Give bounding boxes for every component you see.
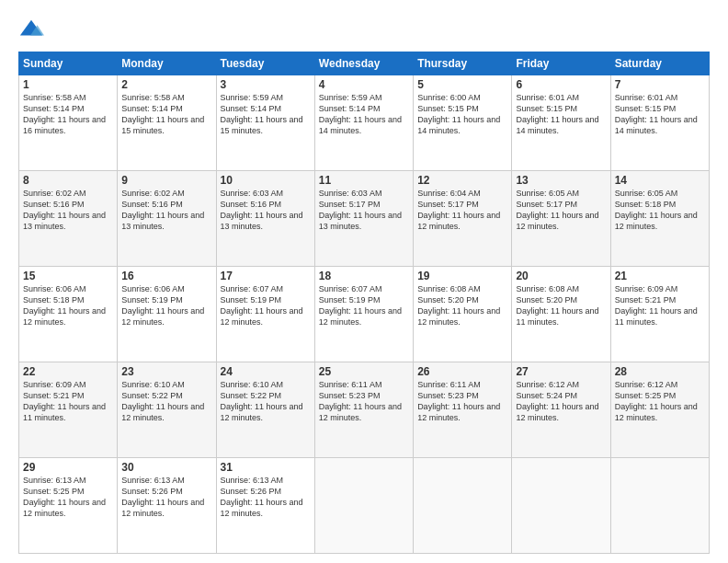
sunrise-label: Sunrise: 6:13 AM xyxy=(23,476,86,485)
sunset-label: Sunset: 5:19 PM xyxy=(221,295,282,304)
daylight-label: Daylight: 11 hours and 14 minutes. xyxy=(516,115,598,135)
sunrise-label: Sunrise: 6:05 AM xyxy=(615,189,678,198)
day-info: Sunrise: 6:06 AM Sunset: 5:18 PM Dayligh… xyxy=(23,283,113,328)
day-info: Sunrise: 6:09 AM Sunset: 5:21 PM Dayligh… xyxy=(615,283,705,328)
sunrise-label: Sunrise: 6:13 AM xyxy=(221,476,284,485)
day-number: 25 xyxy=(319,365,409,378)
calendar-cell: 4 Sunrise: 5:59 AM Sunset: 5:14 PM Dayli… xyxy=(314,75,413,171)
sunset-label: Sunset: 5:19 PM xyxy=(121,295,183,304)
daylight-label: Daylight: 11 hours and 12 minutes. xyxy=(221,306,303,327)
day-info: Sunrise: 6:13 AM Sunset: 5:25 PM Dayligh… xyxy=(23,475,113,520)
day-info: Sunrise: 5:59 AM Sunset: 5:14 PM Dayligh… xyxy=(319,92,409,137)
sunset-label: Sunset: 5:18 PM xyxy=(23,295,85,304)
calendar-cell: 12 Sunrise: 6:04 AM Sunset: 5:17 PM Dayl… xyxy=(414,171,512,267)
day-header-friday: Friday xyxy=(512,52,610,75)
sunset-label: Sunset: 5:21 PM xyxy=(615,295,677,304)
sunrise-label: Sunrise: 6:08 AM xyxy=(417,284,481,293)
calendar-week-5: 29 Sunrise: 6:13 AM Sunset: 5:25 PM Dayl… xyxy=(19,458,710,554)
daylight-label: Daylight: 11 hours and 14 minutes. xyxy=(319,115,402,135)
day-number: 19 xyxy=(417,270,507,282)
sunrise-label: Sunrise: 5:59 AM xyxy=(221,93,284,102)
sunrise-label: Sunrise: 6:02 AM xyxy=(23,189,86,198)
day-info: Sunrise: 6:02 AM Sunset: 5:16 PM Dayligh… xyxy=(121,188,211,233)
calendar-cell: 3 Sunrise: 5:59 AM Sunset: 5:14 PM Dayli… xyxy=(216,75,314,171)
sunset-label: Sunset: 5:14 PM xyxy=(23,104,85,113)
calendar-cell: 16 Sunrise: 6:06 AM Sunset: 5:19 PM Dayl… xyxy=(118,267,216,362)
daylight-label: Daylight: 11 hours and 15 minutes. xyxy=(121,115,204,135)
day-info: Sunrise: 6:13 AM Sunset: 5:26 PM Dayligh… xyxy=(121,475,211,520)
header xyxy=(18,17,710,42)
calendar-cell: 14 Sunrise: 6:05 AM Sunset: 5:18 PM Dayl… xyxy=(610,171,709,267)
calendar-cell: 30 Sunrise: 6:13 AM Sunset: 5:26 PM Dayl… xyxy=(118,458,216,554)
daylight-label: Daylight: 11 hours and 11 minutes. xyxy=(615,306,698,327)
sunset-label: Sunset: 5:14 PM xyxy=(319,104,381,113)
sunrise-label: Sunrise: 5:58 AM xyxy=(23,93,86,102)
sunset-label: Sunset: 5:24 PM xyxy=(516,391,577,400)
day-number: 9 xyxy=(121,174,211,187)
day-number: 11 xyxy=(319,174,409,187)
sunset-label: Sunset: 5:25 PM xyxy=(615,391,677,400)
day-number: 8 xyxy=(23,174,113,187)
sunrise-label: Sunrise: 6:11 AM xyxy=(319,380,382,389)
sunrise-label: Sunrise: 6:10 AM xyxy=(221,380,284,389)
day-info: Sunrise: 6:11 AM Sunset: 5:23 PM Dayligh… xyxy=(417,379,507,424)
calendar-week-3: 15 Sunrise: 6:06 AM Sunset: 5:18 PM Dayl… xyxy=(19,267,710,362)
day-number: 12 xyxy=(417,174,507,187)
day-header-tuesday: Tuesday xyxy=(216,52,314,75)
sunset-label: Sunset: 5:23 PM xyxy=(417,391,479,400)
daylight-label: Daylight: 11 hours and 12 minutes. xyxy=(221,402,303,422)
daylight-label: Daylight: 11 hours and 14 minutes. xyxy=(417,115,500,135)
daylight-label: Daylight: 11 hours and 12 minutes. xyxy=(319,306,402,327)
sunrise-label: Sunrise: 6:03 AM xyxy=(221,189,284,198)
day-number: 24 xyxy=(221,365,311,378)
sunset-label: Sunset: 5:26 PM xyxy=(221,487,282,496)
calendar-cell: 9 Sunrise: 6:02 AM Sunset: 5:16 PM Dayli… xyxy=(118,171,216,267)
sunrise-label: Sunrise: 6:01 AM xyxy=(516,93,579,102)
day-info: Sunrise: 5:58 AM Sunset: 5:14 PM Dayligh… xyxy=(23,92,113,137)
sunset-label: Sunset: 5:21 PM xyxy=(23,391,85,400)
day-number: 20 xyxy=(516,270,606,282)
day-number: 29 xyxy=(23,461,113,474)
sunset-label: Sunset: 5:16 PM xyxy=(221,200,282,209)
day-info: Sunrise: 6:05 AM Sunset: 5:17 PM Dayligh… xyxy=(516,188,606,233)
daylight-label: Daylight: 11 hours and 12 minutes. xyxy=(23,498,106,518)
day-header-sunday: Sunday xyxy=(19,52,118,75)
calendar-cell: 1 Sunrise: 5:58 AM Sunset: 5:14 PM Dayli… xyxy=(19,75,118,171)
sunset-label: Sunset: 5:14 PM xyxy=(121,104,183,113)
sunrise-label: Sunrise: 6:10 AM xyxy=(121,380,185,389)
daylight-label: Daylight: 11 hours and 12 minutes. xyxy=(23,306,106,327)
calendar-cell: 17 Sunrise: 6:07 AM Sunset: 5:19 PM Dayl… xyxy=(216,267,314,362)
day-number: 3 xyxy=(221,78,311,91)
calendar-cell: 18 Sunrise: 6:07 AM Sunset: 5:19 PM Dayl… xyxy=(314,267,413,362)
calendar-header-row: SundayMondayTuesdayWednesdayThursdayFrid… xyxy=(19,52,710,75)
calendar-cell xyxy=(314,458,413,554)
sunset-label: Sunset: 5:20 PM xyxy=(417,295,479,304)
sunrise-label: Sunrise: 6:01 AM xyxy=(615,93,678,102)
sunrise-label: Sunrise: 6:07 AM xyxy=(319,284,382,293)
day-header-saturday: Saturday xyxy=(610,52,709,75)
sunset-label: Sunset: 5:17 PM xyxy=(516,200,577,209)
daylight-label: Daylight: 11 hours and 12 minutes. xyxy=(615,211,698,231)
day-number: 2 xyxy=(121,78,211,91)
day-header-monday: Monday xyxy=(118,52,216,75)
sunset-label: Sunset: 5:22 PM xyxy=(121,391,183,400)
day-number: 13 xyxy=(516,174,606,187)
daylight-label: Daylight: 11 hours and 12 minutes. xyxy=(417,306,500,327)
sunrise-label: Sunrise: 6:05 AM xyxy=(516,189,579,198)
calendar-week-1: 1 Sunrise: 5:58 AM Sunset: 5:14 PM Dayli… xyxy=(19,75,710,171)
sunset-label: Sunset: 5:20 PM xyxy=(516,295,577,304)
daylight-label: Daylight: 11 hours and 12 minutes. xyxy=(417,402,500,422)
calendar-cell: 5 Sunrise: 6:00 AM Sunset: 5:15 PM Dayli… xyxy=(414,75,512,171)
day-header-wednesday: Wednesday xyxy=(314,52,413,75)
day-number: 30 xyxy=(121,461,211,474)
sunset-label: Sunset: 5:19 PM xyxy=(319,295,381,304)
sunrise-label: Sunrise: 6:11 AM xyxy=(417,380,481,389)
calendar-cell: 21 Sunrise: 6:09 AM Sunset: 5:21 PM Dayl… xyxy=(610,267,709,362)
day-number: 26 xyxy=(417,365,507,378)
day-header-thursday: Thursday xyxy=(414,52,512,75)
sunrise-label: Sunrise: 5:59 AM xyxy=(319,93,382,102)
daylight-label: Daylight: 11 hours and 12 minutes. xyxy=(417,211,500,231)
sunset-label: Sunset: 5:23 PM xyxy=(319,391,381,400)
calendar-week-4: 22 Sunrise: 6:09 AM Sunset: 5:21 PM Dayl… xyxy=(19,362,710,458)
calendar-cell: 20 Sunrise: 6:08 AM Sunset: 5:20 PM Dayl… xyxy=(512,267,610,362)
